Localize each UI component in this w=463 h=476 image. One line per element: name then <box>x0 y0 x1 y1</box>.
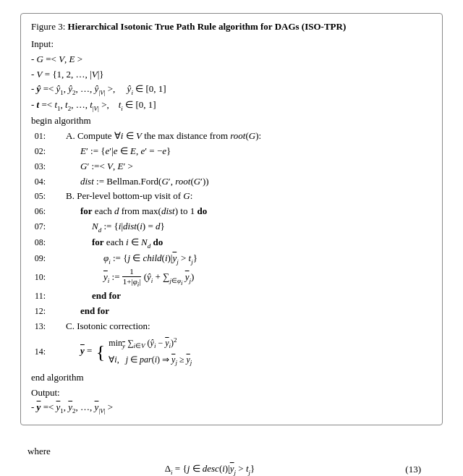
line-content-14: y = { miny ∑i∈V (ŷi − yi)2 ∀i, j ∈ par(i… <box>51 335 432 368</box>
line-content-09: φi := {j ∈ child(i)|yj > tj} <box>51 251 432 267</box>
algorithm-section: Input: - G =< V, E > - V = {1, 2, …, |V|… <box>31 37 432 416</box>
opt-line-1: miny ∑i∈V (ŷi − yi)2 <box>109 335 192 352</box>
alg-line-05: 05: B. Per-level bottom-up visit of G: <box>31 189 432 204</box>
alg-line-06: 06: for each d from max(dist) to 1 do <box>31 204 432 219</box>
line-content-03: G′ :=< V, E′ > <box>51 159 432 174</box>
line-content-10: yi := 1 1+|φi| (ŷi + ∑j∈φi yj) <box>51 267 432 289</box>
input-line-2: - V = {1, 2, …, |V|} <box>31 67 432 82</box>
line-content-13: C. Isotonic correction: <box>51 319 432 334</box>
alg-line-09: 09: φi := {j ∈ child(i)|yj > tj} <box>31 251 432 267</box>
line-content-02: E′ := {e′|e ∈ E, e′ = −e} <box>51 144 432 159</box>
line-num-06: 06: <box>31 205 51 218</box>
figure-caption: Figure 3: Hierarchical Isotonic True Pat… <box>31 21 432 33</box>
equation-content: Δi = {j ∈ desc(i)|yj > tj} <box>42 463 378 476</box>
figure-title: Hierarchical Isotonic True Path Rule alg… <box>68 21 347 32</box>
opt-line-2: ∀i, j ∈ par(i) ⇒ yj ≥ yj <box>109 352 192 369</box>
line-num-08: 08: <box>31 236 51 250</box>
figure-box: Figure 3: Hierarchical Isotonic True Pat… <box>20 13 443 425</box>
line-num-11: 11: <box>31 289 51 303</box>
input-line-1: - G =< V, E > <box>31 52 432 67</box>
begin-algorithm: begin algorithm <box>31 114 432 129</box>
figure-label: Figure 3: <box>31 21 68 32</box>
line-content-07: Nd := {i|dist(i) = d} <box>51 219 432 235</box>
line-content-01: A. Compute ∀i ∈ V the max distance from … <box>51 129 432 144</box>
alg-line-11: 11: end for <box>31 289 432 304</box>
input-line-3: - ŷ =< ŷ1, ŷ2, …, ŷ|V| >, ŷi ∈ [0, 1] <box>31 82 432 98</box>
line-num-12: 12: <box>31 305 51 318</box>
output-label: Output: <box>31 386 432 401</box>
line-content-05: B. Per-level bottom-up visit of G: <box>51 189 432 204</box>
line-num-03: 03: <box>31 160 51 174</box>
line-content-08: for each i ∈ Nd do <box>51 235 432 251</box>
alg-line-12: 12: end for <box>31 304 432 319</box>
input-line-4: - t =< t1, t2, …, t|V| >, ti ∈ [0, 1] <box>31 98 432 114</box>
below-figure: where Δi = {j ∈ desc(i)|yj > tj} (13) <box>20 446 443 476</box>
line-content-11: end for <box>51 289 432 304</box>
input-label: Input: <box>31 37 432 52</box>
alg-line-08: 08: for each i ∈ Nd do <box>31 235 432 251</box>
line-num-05: 05: <box>31 190 51 203</box>
alg-line-13: 13: C. Isotonic correction: <box>31 319 432 334</box>
line-content-04: dist := Bellman.Ford(G′, root(G′)) <box>51 174 432 190</box>
equation-line: Δi = {j ∈ desc(i)|yj > tj} (13) <box>27 463 436 476</box>
alg-line-02: 02: E′ := {e′|e ∈ E, e′ = −e} <box>31 144 432 159</box>
line-num-13: 13: <box>31 320 51 333</box>
line-num-09: 09: <box>31 252 51 265</box>
alg-line-07: 07: Nd := {i|dist(i) = d} <box>31 219 432 235</box>
end-algorithm: end algorithm <box>31 370 432 386</box>
alg-line-04: 04: dist := Bellman.Ford(G′, root(G′)) <box>31 174 432 190</box>
where-text: where <box>27 446 436 457</box>
line-num-02: 02: <box>31 145 51 158</box>
line-num-07: 07: <box>31 220 51 234</box>
alg-line-03: 03: G′ :=< V, E′ > <box>31 159 432 174</box>
alg-line-14: 14: y = { miny ∑i∈V (ŷi − yi)2 ∀i, j ∈ p… <box>31 335 432 368</box>
line-num-04: 04: <box>31 175 51 189</box>
line-num-14: 14: <box>31 345 51 359</box>
equation-number: (13) <box>378 464 421 475</box>
line-num-10: 10: <box>31 271 51 284</box>
line-num-01: 01: <box>31 129 51 143</box>
alg-line-10: 10: yi := 1 1+|φi| (ŷi + ∑j∈φi yj) <box>31 267 432 289</box>
line-content-06: for each d from max(dist) to 1 do <box>51 204 432 219</box>
output-line: - y =< y1, y2, …, y|V| > <box>31 400 432 416</box>
line-content-12: end for <box>51 304 432 319</box>
alg-line-01: 01: A. Compute ∀i ∈ V the max distance f… <box>31 129 432 144</box>
